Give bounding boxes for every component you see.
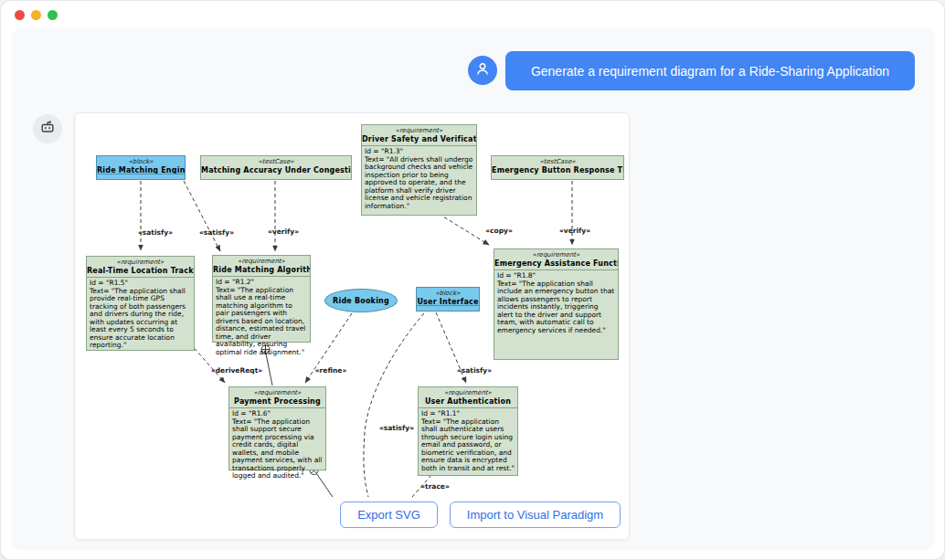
stereotype-label: «testCase» <box>492 158 623 166</box>
edge-label-satisfy: «satisfy» <box>379 424 414 432</box>
requirement-text: Text= "The application shall provide rea… <box>90 288 191 350</box>
requirement-text: Text= "All drivers shall undergo backgro… <box>365 156 473 211</box>
node-ride-booking: Ride Booking <box>324 289 398 312</box>
requirement-text: Text= "The application shall include an … <box>497 280 615 335</box>
app-window: Generate a requirement diagram for a Rid… <box>0 0 945 560</box>
node-user-interface: «block» User Interface <box>416 287 480 312</box>
node-title: Emergency Button Response Time <box>492 166 623 175</box>
requirement-body: Id = "R1.2" Text= "The application shall… <box>213 277 310 358</box>
node-title: Payment Processing <box>229 397 325 407</box>
diagram-canvas: «block» Ride Matching Engine «testCase» … <box>74 112 630 540</box>
export-svg-button[interactable]: Export SVG <box>340 502 438 528</box>
node-user-authentication: «requirement» User Authentication Id = "… <box>418 386 518 476</box>
requirement-body: Id = "R1.6" Text= "The application shall… <box>229 408 325 482</box>
node-title: Ride Booking <box>333 297 389 305</box>
node-emergency-button-response-time: «testCase» Emergency Button Response Tim… <box>491 155 624 180</box>
minimize-button[interactable] <box>31 10 41 20</box>
close-button[interactable] <box>15 10 25 20</box>
window-titlebar <box>1 1 944 28</box>
requirement-body: Id = "R1.8" Text= "The application shall… <box>494 270 618 336</box>
node-real-time-location-tracking: «requirement» Real-Time Location Trackin… <box>86 256 195 351</box>
edge-label-satisfy: «satisfy» <box>138 228 173 237</box>
node-title: Emergency Assistance Function <box>494 259 618 269</box>
node-driver-safety-and-verification: «requirement» Driver Safety and Verifica… <box>361 124 477 216</box>
block-compartment <box>417 305 479 311</box>
stereotype-label: «requirement» <box>494 251 618 259</box>
user-message-bubble: Generate a requirement diagram for a Rid… <box>505 51 915 90</box>
stereotype-label: «block» <box>97 158 185 166</box>
stereotype-label: «requirement» <box>419 389 517 397</box>
edge-label-verify: «verify» <box>559 227 590 235</box>
user-icon <box>473 59 492 81</box>
node-title: User Authentication <box>419 397 517 407</box>
edge-label-refine: «refine» <box>315 366 346 375</box>
edge-label-verify: «verify» <box>268 227 299 236</box>
stereotype-label: «requirement» <box>87 259 194 267</box>
stereotype-label: «testCase» <box>201 158 351 166</box>
user-avatar <box>468 56 497 85</box>
node-title: Ride Matching Algorithm <box>213 266 310 275</box>
stereotype-label: «requirement» <box>362 127 476 135</box>
edge-label-derivereqt: «deriveReqt» <box>211 366 262 375</box>
node-emergency-assistance-function: «requirement» Emergency Assistance Funct… <box>494 248 619 360</box>
node-title: Real-Time Location Tracking <box>87 267 194 276</box>
edge-label-trace: «trace» <box>420 482 450 491</box>
node-ride-matching-algorithm: «requirement» Ride Matching Algorithm Id… <box>212 255 311 343</box>
requirement-body: Id = "R1.1" Text= "The application shall… <box>419 408 517 474</box>
import-visual-paradigm-button[interactable]: Import to Visual Paradigm <box>450 502 621 528</box>
stereotype-label: «block» <box>417 290 479 298</box>
edge-label-copy: «copy» <box>485 227 513 235</box>
requirement-text: Text= "The application shall support sec… <box>232 418 323 481</box>
robot-icon <box>38 118 57 140</box>
block-compartment <box>97 174 185 179</box>
requirement-text: Text= "The application shall authenticat… <box>421 418 515 473</box>
edge-label-satisfy: «satisfy» <box>457 366 492 375</box>
requirement-body: Id = "R1.3" Text= "All drivers shall und… <box>362 146 476 212</box>
node-title: Matching Accuracy Under Congestion <box>201 166 351 175</box>
node-ride-matching-engine: «block» Ride Matching Engine <box>96 155 186 180</box>
node-payment-processing: «requirement» Payment Processing Id = "R… <box>228 386 326 470</box>
stereotype-label: «requirement» <box>229 389 325 397</box>
requirement-body: Id = "R1.5" Text= "The application shall… <box>87 278 194 352</box>
edge-label-satisfy: «satisfy» <box>199 228 234 237</box>
node-matching-accuracy-under-congestion: «testCase» Matching Accuracy Under Conge… <box>200 155 352 180</box>
maximize-button[interactable] <box>48 10 58 20</box>
node-title: Driver Safety and Verification <box>362 135 476 144</box>
requirement-text: Text= "The application shall use a real-… <box>216 287 307 357</box>
bot-avatar <box>33 114 62 143</box>
stereotype-label: «requirement» <box>213 258 310 266</box>
